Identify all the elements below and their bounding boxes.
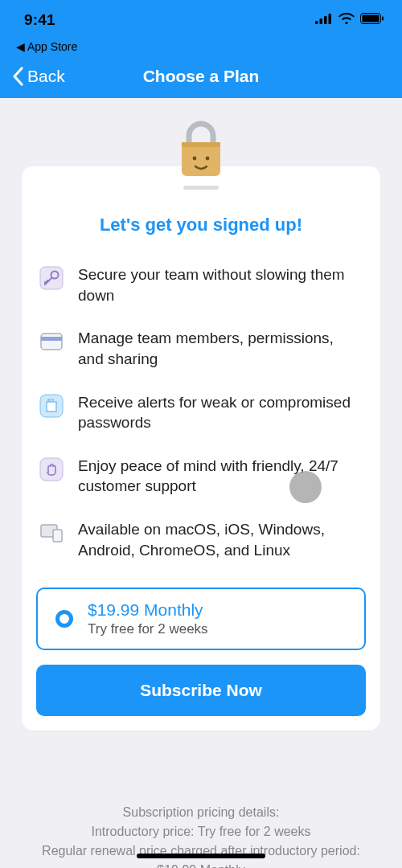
- feature-text: Enjoy peace of mind with friendly, 24/7 …: [78, 456, 363, 497]
- back-label: Back: [27, 67, 65, 86]
- card-heading: Let's get you signed up!: [36, 215, 366, 235]
- devices-icon: [39, 521, 64, 545]
- plan-price: $19.99 Monthly: [88, 600, 208, 620]
- home-indicator[interactable]: [137, 854, 265, 858]
- feature-item: Enjoy peace of mind with friendly, 24/7 …: [39, 456, 363, 497]
- back-button[interactable]: Back: [11, 67, 65, 86]
- svg-rect-5: [363, 15, 379, 23]
- svg-rect-1: [320, 18, 323, 24]
- svg-rect-8: [182, 142, 220, 147]
- status-bar: 9:41: [0, 0, 402, 40]
- svg-rect-16: [40, 458, 63, 481]
- battery-icon: [360, 13, 384, 27]
- signup-card: Let's get you signed up! Secure your tea…: [22, 166, 380, 731]
- status-indicators: [315, 13, 384, 27]
- status-time: 9:41: [24, 11, 55, 29]
- wifi-icon: [338, 13, 355, 27]
- feature-item: Manage team members, permissions, and sh…: [39, 328, 363, 369]
- subscribe-button[interactable]: Subscribe Now: [36, 665, 366, 716]
- plan-trial: Try free for 2 weeks: [88, 621, 208, 637]
- plan-option-monthly[interactable]: $19.99 Monthly Try free for 2 weeks: [36, 588, 366, 650]
- wallet-icon: [39, 330, 64, 354]
- feature-item: Secure your team without slowing them do…: [39, 264, 363, 305]
- feature-text: Available on macOS, iOS, Windows, Androi…: [78, 519, 363, 560]
- hand-icon: [39, 457, 64, 481]
- cellular-icon: [315, 13, 333, 27]
- svg-rect-2: [324, 16, 327, 24]
- radio-selected-icon: [55, 610, 73, 628]
- svg-rect-6: [382, 17, 384, 21]
- breadcrumb-back-icon: ◀: [16, 40, 25, 53]
- svg-rect-3: [329, 14, 332, 24]
- chevron-left-icon: [11, 67, 24, 86]
- details-line: Subscription pricing details:: [32, 803, 370, 822]
- app-store-breadcrumb[interactable]: ◀ App Store: [0, 40, 402, 55]
- svg-rect-13: [41, 334, 62, 350]
- lock-illustration: [177, 120, 225, 190]
- svg-rect-18: [53, 530, 62, 542]
- feature-text: Receive alerts for weak or compromised p…: [78, 392, 363, 433]
- svg-rect-0: [315, 21, 318, 24]
- feature-text: Secure your team without slowing them do…: [78, 264, 363, 305]
- svg-rect-7: [182, 142, 220, 176]
- svg-point-10: [206, 157, 210, 161]
- svg-rect-14: [41, 337, 62, 341]
- feature-item: Available on macOS, iOS, Windows, Androi…: [39, 519, 363, 560]
- svg-point-9: [193, 157, 197, 161]
- feature-text: Manage team members, permissions, and sh…: [78, 328, 363, 369]
- feature-list: Secure your team without slowing them do…: [36, 264, 366, 560]
- details-line: Introductory price: Try free for 2 weeks: [32, 822, 370, 841]
- watchtower-icon: [39, 394, 64, 418]
- nav-bar: Back Choose a Plan: [0, 55, 402, 98]
- breadcrumb-label: App Store: [27, 40, 77, 53]
- key-icon: [39, 266, 64, 290]
- feature-item: Receive alerts for weak or compromised p…: [39, 392, 363, 433]
